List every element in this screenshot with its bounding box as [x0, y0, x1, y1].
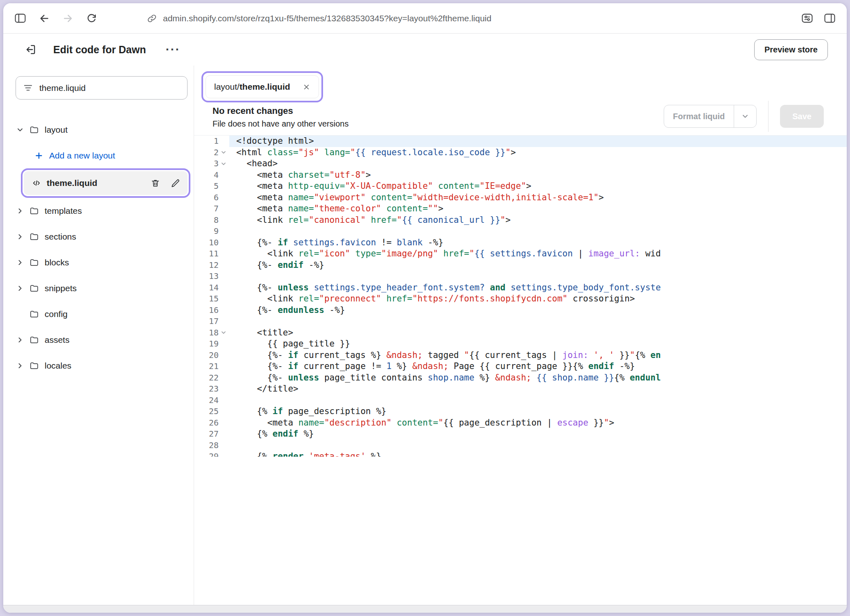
app-header: Edit code for Dawn ··· Preview store [3, 34, 847, 66]
chevron-down-icon[interactable] [16, 126, 25, 134]
overflow-menu-button[interactable]: ··· [165, 43, 180, 56]
fold-placeholder [219, 372, 228, 384]
file-tree: layoutAdd a new layouttheme.liquidtempla… [16, 117, 188, 378]
sidebar-item-templates[interactable]: templates [16, 198, 188, 224]
code-line[interactable]: <head> [236, 158, 847, 170]
code-line[interactable]: <title> [236, 327, 847, 339]
fold-toggle-icon[interactable] [219, 327, 228, 339]
folder-icon [29, 125, 39, 134]
code-line[interactable]: <meta name="description" content="{{ pag… [236, 417, 847, 429]
line-number: 24 [194, 395, 229, 406]
line-number: 27 [194, 428, 229, 440]
code-line[interactable]: </title> [236, 383, 847, 395]
trash-icon[interactable] [151, 179, 160, 188]
fold-placeholder [219, 406, 228, 417]
code-line[interactable]: {{ page_title }} [236, 338, 847, 350]
chevron-right-icon[interactable] [16, 336, 25, 344]
code-line[interactable] [236, 395, 847, 406]
code-line[interactable]: {%- if current_page != 1 %} &ndash; Page… [236, 361, 847, 372]
fold-placeholder [219, 203, 228, 215]
link-icon [147, 14, 156, 23]
chevron-down-icon[interactable] [734, 105, 756, 127]
sidebar-item-config[interactable]: config [16, 301, 188, 327]
fold-placeholder [219, 248, 228, 260]
folder-icon [29, 309, 39, 319]
code-line[interactable] [236, 316, 847, 327]
plus-icon [34, 151, 43, 160]
format-liquid-button[interactable]: Format liquid [664, 105, 757, 128]
sidebar-item-theme-liquid[interactable]: theme.liquid [24, 171, 188, 195]
file-search-box[interactable] [16, 76, 188, 100]
fold-placeholder [219, 451, 228, 457]
code-editor: 1234567891011121314151617181920212223242… [194, 135, 847, 457]
code-line[interactable]: {% endif %} [236, 428, 847, 440]
fold-toggle-icon[interactable] [219, 147, 228, 159]
preview-store-button[interactable]: Preview store [754, 39, 828, 60]
line-number: 8 [194, 215, 229, 226]
code-line[interactable]: {% render 'meta-tags' %} [236, 451, 847, 457]
back-arrow-icon[interactable] [39, 13, 50, 24]
chevron-right-icon[interactable] [16, 284, 25, 292]
line-number: 3 [194, 158, 229, 170]
code-line[interactable]: {%- if settings.favicon != blank -%} [236, 237, 847, 249]
code-line[interactable]: {%- if current_tags %} &ndash; tagged "{… [236, 350, 847, 361]
code-line[interactable]: <html class="js" lang="{{ request.locale… [236, 147, 847, 159]
sidebar-item-sections[interactable]: sections [16, 224, 188, 249]
line-number: 12 [194, 260, 229, 271]
sidebar-item-add-a-new-layout[interactable]: Add a new layout [34, 143, 188, 168]
browser-settings-icon[interactable] [802, 13, 813, 23]
browser-sidebar-toggle-icon[interactable] [15, 13, 26, 23]
line-number: 6 [194, 192, 229, 204]
code-line[interactable]: <meta http-equiv="X-UA-Compatible" conte… [236, 181, 847, 192]
sidebar-item-blocks[interactable]: blocks [16, 249, 188, 275]
code-line[interactable]: {%- unless settings.type_header_font.sys… [236, 282, 847, 294]
chevron-right-icon[interactable] [16, 362, 25, 370]
pencil-icon[interactable] [171, 179, 180, 188]
code-line[interactable] [236, 226, 847, 237]
sidebar-item-snippets[interactable]: snippets [16, 275, 188, 301]
code-line[interactable]: <link rel="icon" type="image/png" href="… [236, 248, 847, 260]
fold-toggle-icon[interactable] [219, 158, 228, 170]
chevron-right-icon[interactable] [16, 233, 25, 241]
code-pane[interactable]: <!doctype html><html class="js" lang="{{… [229, 136, 847, 457]
exit-editor-icon[interactable] [25, 44, 36, 55]
url-bar[interactable]: admin.shopify.com/store/rzq1xu-f5/themes… [147, 14, 491, 23]
code-line[interactable]: <link rel="preconnect" href="https://fon… [236, 293, 847, 305]
code-line[interactable]: {%- unless page_title contains shop.name… [236, 372, 847, 384]
line-number: 25 [194, 406, 229, 417]
sidebar-item-assets[interactable]: assets [16, 327, 188, 353]
code-line[interactable]: <link rel="canonical" href="{{ canonical… [236, 215, 847, 226]
fold-placeholder [219, 350, 228, 361]
line-number: 21 [194, 361, 229, 372]
fold-placeholder [219, 293, 228, 305]
code-line[interactable]: {%- endunless -%} [236, 305, 847, 316]
forward-arrow-icon[interactable] [63, 13, 73, 24]
sidebar-item-locales[interactable]: locales [16, 353, 188, 378]
line-number: 19 [194, 338, 229, 350]
code-line[interactable]: <meta name="theme-color" content=""> [236, 203, 847, 215]
tab-theme-liquid[interactable]: layout/theme.liquid [206, 75, 319, 98]
chevron-right-icon[interactable] [16, 258, 25, 267]
tree-item-label: Add a new layout [49, 151, 115, 161]
code-line[interactable] [236, 440, 847, 451]
fold-placeholder [219, 237, 228, 249]
reload-icon[interactable] [86, 13, 97, 23]
code-line[interactable]: {%- endif -%} [236, 260, 847, 271]
editor-panel: layout/theme.liquid No recent changes Fi… [194, 66, 847, 605]
code-file-icon [32, 179, 41, 188]
line-number: 10 [194, 237, 229, 249]
code-line[interactable]: <meta charset="utf-8"> [236, 170, 847, 181]
folder-icon [29, 361, 39, 370]
toolbar-divider [768, 101, 769, 132]
save-button[interactable]: Save [780, 105, 824, 128]
split-view-icon[interactable] [824, 13, 835, 23]
code-line[interactable]: <meta name="viewport" content="width=dev… [236, 192, 847, 204]
search-input[interactable] [39, 83, 180, 93]
code-line[interactable]: {% if page_description %} [236, 406, 847, 417]
code-line[interactable]: <!doctype html> [229, 136, 847, 147]
code-line[interactable] [236, 271, 847, 282]
sidebar-item-layout[interactable]: layout [16, 117, 188, 143]
close-icon[interactable] [303, 83, 310, 91]
line-number: 11 [194, 248, 229, 260]
chevron-right-icon[interactable] [16, 207, 25, 215]
